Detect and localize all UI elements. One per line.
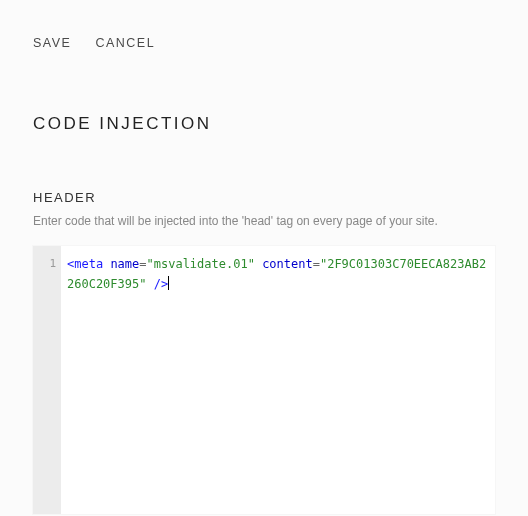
code-token-attr-name: content <box>262 257 313 271</box>
code-token-eq: = <box>139 257 146 271</box>
page-title: CODE INJECTION <box>0 50 528 134</box>
section-description: Enter code that will be injected into th… <box>0 205 528 230</box>
cancel-button[interactable]: CANCEL <box>95 36 155 50</box>
code-token-self-close: /> <box>154 277 168 291</box>
top-actions: SAVE CANCEL <box>0 0 528 50</box>
code-token-attr-name: name <box>110 257 139 271</box>
code-token-eq: = <box>313 257 320 271</box>
code-injection-panel: SAVE CANCEL CODE INJECTION HEADER Enter … <box>0 0 528 516</box>
code-token-attr-value: "msvalidate.01" <box>147 257 255 271</box>
text-cursor <box>168 276 169 290</box>
section-label-header: HEADER <box>0 134 528 205</box>
code-editor-gutter: 1 <box>33 246 61 514</box>
code-editor[interactable]: 1 <meta name="msvalidate.01" content="2F… <box>33 246 495 514</box>
code-editor-textarea[interactable]: <meta name="msvalidate.01" content="2F9C… <box>61 246 495 514</box>
save-button[interactable]: SAVE <box>33 36 71 50</box>
code-token-tag: meta <box>74 257 103 271</box>
line-number: 1 <box>33 254 61 274</box>
